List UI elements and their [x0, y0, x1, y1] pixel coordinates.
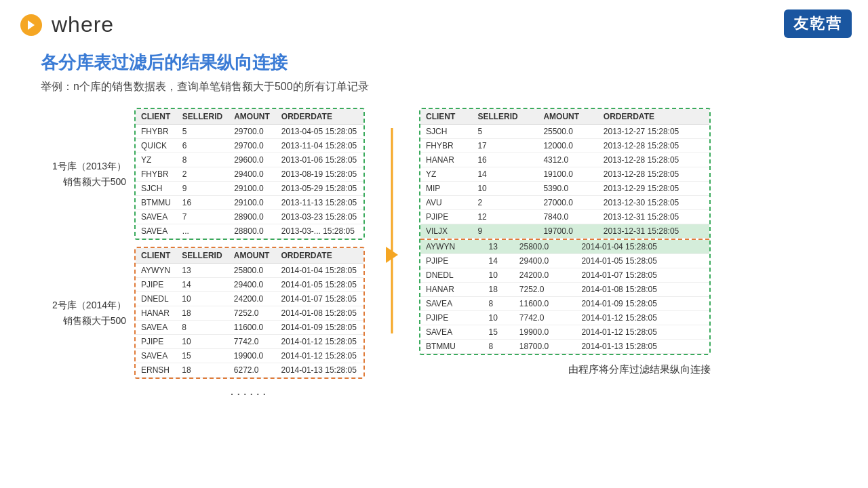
db1-col-orderdate: ORDERDATE — [276, 109, 363, 125]
table-row: YZ829600.02013-01-06 15:28:05 — [136, 153, 363, 167]
right-panel: CLIENT SELLERID AMOUNT ORDERDATE SJCH525… — [419, 108, 711, 401]
db2-label: 2号库（2014年） 销售额大于500 — [41, 298, 134, 328]
table-row: SJCH929100.02013-05-29 15:28:05 — [136, 182, 363, 196]
table-row: AYWYN1325800.02014-01-04 15:28:05 — [136, 264, 363, 278]
table-row: FHYBR529700.02013-04-05 15:28:05 — [136, 125, 363, 139]
db2-col-amount: AMOUNT — [229, 248, 276, 264]
table-row: QUICK629700.02013-11-04 15:28:05 — [136, 139, 363, 153]
table-row: SJCH525500.02013-12-27 15:28:05 — [420, 125, 709, 139]
db1-col-client: CLIENT — [136, 109, 177, 125]
table-row: SAVEA1519900.02014-01-12 15:28:05 — [420, 325, 709, 340]
table-row: AYWYN1325800.02014-01-04 15:28:05 — [420, 240, 709, 254]
table-row: HANAR187252.02014-01-08 15:28:05 — [420, 283, 709, 297]
header-icon — [20, 14, 42, 36]
table-row: FHYBR1712000.02013-12-28 15:28:05 — [420, 139, 709, 153]
table-row: FHYBR229400.02013-08-19 15:28:05 — [136, 167, 363, 182]
db1-row: 1号库（2013年） 销售额大于500 CLIENT SELLERID AMOU… — [41, 108, 365, 240]
table-row: AVU227000.02013-12-30 15:28:05 — [420, 196, 709, 210]
db2-table: CLIENT SELLERID AMOUNT ORDERDATE AYWYN13… — [136, 248, 363, 378]
logo: 友乾营 — [784, 9, 852, 38]
section-separator: AYWYN1325800.02014-01-04 15:28:05PJIPE14… — [420, 239, 709, 354]
left-panel: 1号库（2013年） 销售额大于500 CLIENT SELLERID AMOU… — [41, 108, 365, 401]
table-row: SAVEA811600.02014-01-09 15:28:05 — [136, 321, 363, 335]
main-content: 各分库表过滤后的结果纵向连接 举例：n个库的销售数据表，查询单笔销售额大于500… — [0, 44, 868, 401]
table-row: PJIPE1429400.02014-01-05 15:28:05 — [136, 278, 363, 292]
table-row: SAVEA...28800.02013-03-... 15:28:05 — [136, 224, 363, 239]
table-row: DNEDL1024200.02014-01-07 15:28:05 — [136, 292, 363, 306]
connector-arrow — [386, 247, 398, 263]
right-col-sellerid: SELLERID — [472, 109, 538, 125]
right-header-row: CLIENT SELLERID AMOUNT ORDERDATE — [420, 109, 709, 125]
db2-col-orderdate: ORDERDATE — [276, 248, 363, 264]
db1-col-amount: AMOUNT — [229, 109, 276, 125]
table-row: PJIPE107742.02014-01-12 15:28:05 — [136, 335, 363, 349]
page-title: where — [52, 12, 114, 37]
table-row: HANAR164312.02013-12-28 15:28:05 — [420, 153, 709, 167]
db2-col-sellerid: SELLERID — [176, 248, 229, 264]
header: where — [0, 0, 868, 44]
right-col-client: CLIENT — [420, 109, 472, 125]
table-row: SAVEA728900.02013-03-23 15:28:05 — [136, 210, 363, 224]
table-row: PJIPE107742.02014-01-12 15:28:05 — [420, 311, 709, 325]
table-row: PJIPE1429400.02014-01-05 15:28:05 — [420, 254, 709, 268]
table-row: PJIPE127840.02013-12-31 15:28:05 — [420, 210, 709, 224]
table-row: BTMMU818700.02014-01-13 15:28:05 — [420, 340, 709, 354]
table-row: YZ1419100.02013-12-28 15:28:05 — [420, 167, 709, 182]
db2-row: 2号库（2014年） 销售额大于500 CLIENT SELLERID AMOU… — [41, 247, 365, 379]
table-row: BTMMU1629100.02013-11-13 15:28:05 — [136, 196, 363, 210]
table-row: HANAR187252.02014-01-08 15:28:05 — [136, 306, 363, 321]
section-subtitle: 举例：n个库的销售数据表，查询单笔销售额大于500的所有订单记录 — [41, 80, 827, 94]
table-row: SAVEA1519900.02014-01-12 15:28:05 — [136, 349, 363, 363]
db2-header-row: CLIENT SELLERID AMOUNT ORDERDATE — [136, 248, 363, 264]
right-table-orange: AYWYN1325800.02014-01-04 15:28:05PJIPE14… — [420, 240, 709, 354]
table-row: VILJX919700.02013-12-31 15:28:05 — [420, 224, 709, 239]
dots: ······ — [134, 386, 365, 401]
table-row: SAVEA811600.02014-01-09 15:28:05 — [420, 297, 709, 311]
right-col-orderdate: ORDERDATE — [598, 109, 709, 125]
section-title: 各分库表过滤后的结果纵向连接 — [41, 51, 827, 75]
right-table-green: CLIENT SELLERID AMOUNT ORDERDATE SJCH525… — [420, 109, 709, 239]
table-row: DNEDL1024200.02014-01-07 15:28:05 — [420, 268, 709, 283]
db1-table-wrapper: CLIENT SELLERID AMOUNT ORDERDATE FHYBR52… — [134, 108, 365, 240]
right-table-wrapper: CLIENT SELLERID AMOUNT ORDERDATE SJCH525… — [419, 108, 711, 355]
connector-line — [391, 128, 393, 333]
table-row: ERNSH186272.02014-01-13 15:28:05 — [136, 363, 363, 378]
table-row: MIP105390.02013-12-29 15:28:05 — [420, 182, 709, 196]
right-col-amount: AMOUNT — [538, 109, 597, 125]
bottom-note: 由程序将分库过滤结果纵向连接 — [419, 363, 711, 376]
db2-col-client: CLIENT — [136, 248, 176, 264]
db1-col-sellerid: SELLERID — [177, 109, 229, 125]
db1-table: CLIENT SELLERID AMOUNT ORDERDATE FHYBR52… — [136, 109, 363, 239]
middle-connector — [365, 108, 419, 401]
db2-table-wrapper: CLIENT SELLERID AMOUNT ORDERDATE AYWYN13… — [134, 247, 365, 379]
db1-header-row: CLIENT SELLERID AMOUNT ORDERDATE — [136, 109, 363, 125]
svg-marker-0 — [28, 20, 35, 30]
db1-label: 1号库（2013年） 销售额大于500 — [41, 159, 134, 189]
